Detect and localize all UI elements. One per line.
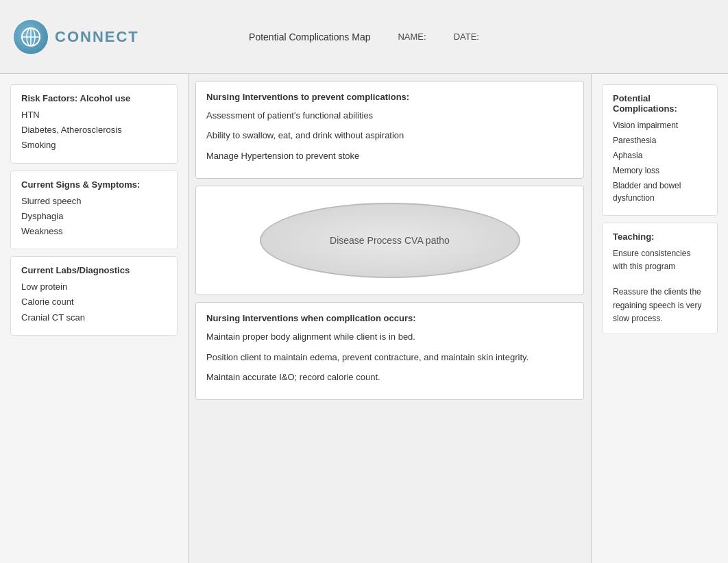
risk-factors-section: Risk Factors: Alcohol use HTN Diabetes, … xyxy=(10,84,178,164)
prevent-item-2: Manage Hypertension to prevent stoke xyxy=(206,148,573,164)
sign-item-2: Weakness xyxy=(21,225,167,238)
lab-item-2: Cranial CT scan xyxy=(21,312,167,324)
header-nav: Potential Complications Map NAME: DATE: xyxy=(249,32,479,42)
interventions-prevent-box: Nursing Interventions to prevent complic… xyxy=(195,81,584,179)
potential-complications-title: Potential Complications: xyxy=(613,93,707,114)
teaching-item-0: Ensure consistencies with this program xyxy=(613,247,707,273)
logo-icon xyxy=(14,20,48,54)
compl-item-3: Memory loss xyxy=(613,164,707,177)
header: CONNECT Potential Complications Map NAME… xyxy=(0,0,728,74)
compl-item-2: Aphasia xyxy=(613,149,707,162)
teaching-title: Teaching: xyxy=(613,232,707,242)
interventions-complication-title: Nursing Interventions when complication … xyxy=(206,313,573,323)
signs-symptoms-section: Current Signs & Symptoms: Slurred speech… xyxy=(10,171,178,250)
potential-complications-section: Potential Complications: Vision impairme… xyxy=(602,84,718,216)
interventions-prevent-items: Assessment of patient's functional abili… xyxy=(206,108,573,164)
risk-factors-title: Risk Factors: Alcohol use xyxy=(21,93,167,103)
risk-item-2: Smoking xyxy=(21,139,167,151)
interventions-prevent-title: Nursing Interventions to prevent complic… xyxy=(206,92,573,102)
disease-process-oval-container: Disease Process CVA patho xyxy=(195,186,584,295)
logo-area: CONNECT xyxy=(14,20,139,54)
prevent-item-1: Ability to swallow, eat, and drink witho… xyxy=(206,127,573,143)
compl-item-0: Vision impairment xyxy=(613,119,707,132)
complication-item-0: Maintain proper body alignment while cli… xyxy=(206,329,573,345)
labs-diagnostics-section: Current Labs/Diagnostics Low protein Cal… xyxy=(10,256,178,336)
main-content: Risk Factors: Alcohol use HTN Diabetes, … xyxy=(0,74,728,563)
left-panel: Risk Factors: Alcohol use HTN Diabetes, … xyxy=(0,74,189,563)
sign-item-0: Slurred speech xyxy=(21,195,167,208)
prevent-item-0: Assessment of patient's functional abili… xyxy=(206,108,573,123)
risk-item-0: HTN xyxy=(21,109,167,121)
nav-map: Potential Complications Map xyxy=(249,32,370,42)
center-panel: Nursing Interventions to prevent complic… xyxy=(189,74,591,563)
interventions-complication-box: Nursing Interventions when complication … xyxy=(195,302,584,400)
interventions-complication-items: Maintain proper body alignment while cli… xyxy=(206,329,573,385)
lab-item-1: Calorie count xyxy=(21,296,167,308)
oval-text: Disease Process CVA patho xyxy=(330,235,450,246)
teaching-item-1: Reassure the clients the regaining speec… xyxy=(613,286,707,325)
sign-item-1: Dysphagia xyxy=(21,210,167,223)
lab-item-0: Low protein xyxy=(21,281,167,293)
right-panel: Potential Complications: Vision impairme… xyxy=(591,74,728,563)
compl-item-4: Bladder and bowel dysfunction xyxy=(613,179,707,204)
teaching-section: Teaching: Ensure consistencies with this… xyxy=(602,223,718,334)
labs-title: Current Labs/Diagnostics xyxy=(21,265,167,275)
complication-item-2: Maintain accurate I&O; record calorie co… xyxy=(206,369,573,385)
risk-item-1: Diabetes, Atherosclerosis xyxy=(21,124,167,136)
compl-item-1: Paresthesia xyxy=(613,134,707,147)
disease-process-oval: Disease Process CVA patho xyxy=(260,203,520,278)
complication-item-1: Position client to maintain edema, preve… xyxy=(206,349,573,365)
logo-text: CONNECT xyxy=(55,28,139,46)
signs-symptoms-title: Current Signs & Symptoms: xyxy=(21,179,167,190)
nav-name: NAME: xyxy=(398,32,426,42)
nav-date: DATE: xyxy=(454,32,479,42)
